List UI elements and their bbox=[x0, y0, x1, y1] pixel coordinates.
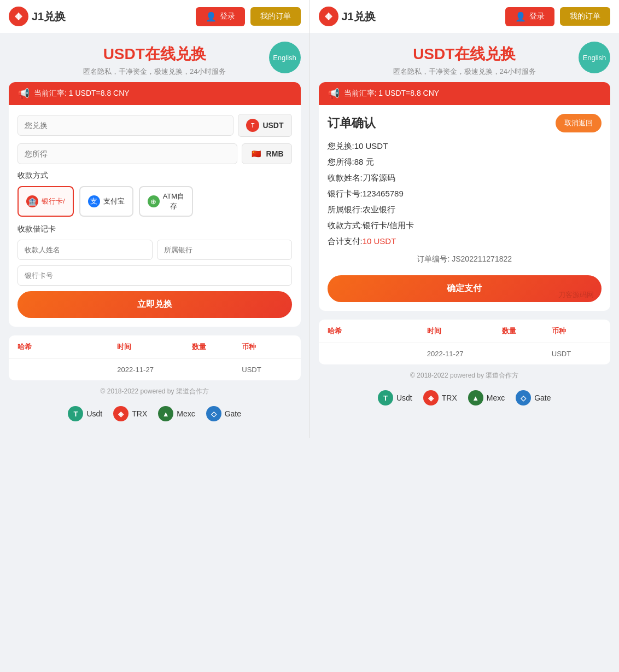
left-table: 哈希 时间 数量 币种 2022-11-27 USDT bbox=[9, 335, 301, 380]
right-detail-1: 您所得: 88 元 bbox=[328, 157, 602, 167]
right-order-title-row: 订单确认 取消返回 bbox=[328, 114, 602, 132]
right-speaker-icon: 📢 bbox=[328, 88, 340, 100]
left-footer-coins: T Usdt ◈ TRX ▲ Mexc ◇ Gate bbox=[9, 401, 301, 427]
right-footer: © 2018-2022 powered by 渠道合作方 bbox=[319, 364, 611, 385]
right-footer-coins: T Usdt ◈ TRX ▲ Mexc ◇ Gate bbox=[319, 385, 611, 411]
left-exchange-card: 📢 当前汇率: 1 USDT=8.8 CNY T USDT 🇨🇳 bbox=[9, 82, 301, 327]
right-gate-coin-icon: ◇ bbox=[516, 390, 531, 405]
right-detail-0: 您兑换: 10 USDT bbox=[328, 141, 602, 152]
left-alipay-btn[interactable]: 支 支付宝 bbox=[79, 186, 133, 217]
right-lang-button[interactable]: English bbox=[579, 42, 610, 73]
right-detail-6: 合计支付: 10 USDT bbox=[328, 236, 602, 247]
right-order-number: 订单编号: JS202211271822 bbox=[328, 254, 602, 264]
left-rmb-badge: 🇨🇳 RMB bbox=[242, 143, 292, 164]
left-orders-button[interactable]: 我的订单 bbox=[250, 7, 301, 26]
left-bank-btn[interactable]: 🏦 银行卡/ bbox=[17, 186, 74, 217]
left-table-header: 哈希 时间 数量 币种 bbox=[9, 335, 301, 359]
left-lang-button[interactable]: English bbox=[269, 42, 301, 73]
left-subtitle: 匿名隐私，干净资金，极速兑换，24小时服务 bbox=[9, 67, 301, 77]
left-bank-input[interactable] bbox=[157, 240, 292, 260]
left-footer: © 2018-2022 powered by 渠道合作方 bbox=[9, 380, 301, 401]
left-card-input[interactable] bbox=[17, 265, 292, 286]
left-rate-banner: 📢 当前汇率: 1 USDT=8.8 CNY bbox=[9, 82, 301, 105]
right-order-card: 📢 当前汇率: 1 USDT=8.8 CNY 订单确认 取消返回 您兑换: 10… bbox=[319, 82, 611, 311]
right-header: J1兑换 👤 登录 我的订单 bbox=[310, 0, 620, 33]
left-header: J1兑换 👤 登录 我的订单 bbox=[0, 0, 310, 33]
left-coin-gate: ◇ Gate bbox=[206, 406, 241, 421]
left-title-area: USDT在线兑换 匿名隐私，干净资金，极速兑换，24小时服务 English bbox=[9, 33, 301, 82]
left-coin-usdt: T Usdt bbox=[68, 406, 102, 421]
left-exchange-input[interactable] bbox=[17, 115, 233, 136]
left-gate-coin-icon: ◇ bbox=[206, 406, 221, 421]
right-login-button[interactable]: 👤 登录 bbox=[505, 7, 554, 26]
left-usdt-icon: T bbox=[246, 119, 259, 132]
right-logo-icon bbox=[319, 7, 338, 26]
left-logo: J1兑换 bbox=[9, 7, 66, 26]
right-order-body: 订单确认 取消返回 您兑换: 10 USDT 您所得: 88 元 收款姓名: 刀… bbox=[319, 105, 611, 311]
left-login-button[interactable]: 👤 登录 bbox=[196, 7, 245, 26]
left-logo-icon bbox=[9, 7, 28, 26]
right-cancel-button[interactable]: 取消返回 bbox=[556, 114, 602, 132]
right-mexc-coin-icon: ▲ bbox=[468, 390, 483, 405]
left-alipay-icon: 支 bbox=[88, 195, 100, 207]
left-main-title: USDT在线兑换 bbox=[9, 44, 301, 65]
left-get-input[interactable] bbox=[17, 143, 237, 164]
right-subtitle: 匿名隐私，干净资金，极速兑换，24小时服务 bbox=[319, 67, 611, 77]
left-rmb-icon: 🇨🇳 bbox=[250, 148, 263, 159]
right-table: 哈希 时间 数量 币种 2022-11-27 USDT bbox=[319, 320, 611, 364]
right-logo-text: J1兑换 bbox=[342, 9, 376, 24]
left-trx-coin-icon: ◈ bbox=[113, 406, 129, 421]
left-usdt-badge: T USDT bbox=[238, 114, 291, 137]
left-speaker-icon: 📢 bbox=[17, 88, 30, 100]
left-logo-text: J1兑换 bbox=[32, 9, 66, 24]
right-order-title: 订单确认 bbox=[328, 115, 376, 131]
right-title-area: USDT在线兑换 匿名隐私，干净资金，极速兑换，24小时服务 English bbox=[319, 33, 611, 82]
right-usdt-coin-icon: T bbox=[378, 390, 393, 405]
left-exchange-row: T USDT bbox=[17, 114, 292, 137]
left-mexc-coin-icon: ▲ bbox=[158, 406, 173, 421]
right-trx-coin-icon: ◈ bbox=[423, 390, 439, 405]
right-coin-usdt: T Usdt bbox=[378, 390, 412, 405]
left-bank-name-row bbox=[17, 240, 292, 260]
left-coin-mexc: ▲ Mexc bbox=[158, 406, 195, 421]
left-atm-btn[interactable]: ⊕ ATM自存 bbox=[139, 186, 193, 217]
right-table-header: 哈希 时间 数量 币种 bbox=[319, 320, 611, 343]
right-rate-banner: 📢 当前汇率: 1 USDT=8.8 CNY bbox=[319, 82, 611, 105]
left-exchange-button[interactable]: 立即兑换 bbox=[17, 291, 292, 318]
left-table-row: 2022-11-27 USDT bbox=[9, 359, 301, 380]
left-coin-trx: ◈ TRX bbox=[113, 406, 147, 421]
left-usdt-coin-icon: T bbox=[68, 406, 83, 421]
left-bank-form-label: 收款借记卡 bbox=[17, 224, 292, 234]
right-coin-mexc: ▲ Mexc bbox=[468, 390, 505, 405]
right-detail-2: 收款姓名: 刀客源码 bbox=[328, 173, 602, 183]
left-name-input[interactable] bbox=[17, 240, 153, 260]
right-coin-trx: ◈ TRX bbox=[423, 390, 457, 405]
left-payment-methods: 🏦 银行卡/ 支 支付宝 ⊕ ATM自存 bbox=[17, 186, 292, 217]
right-table-row: 2022-11-27 USDT bbox=[319, 343, 611, 364]
right-detail-5: 收款方式: 银行卡/信用卡 bbox=[328, 221, 602, 231]
left-bank-icon: 🏦 bbox=[26, 195, 38, 207]
right-detail-3: 银行卡号: 123465789 bbox=[328, 189, 602, 199]
right-confirm-pay-button[interactable]: 确定支付 bbox=[328, 275, 602, 302]
right-coin-gate: ◇ Gate bbox=[516, 390, 551, 405]
left-payment-label: 收款方式 bbox=[17, 171, 292, 181]
right-main-title: USDT在线兑换 bbox=[319, 44, 611, 65]
right-logo: J1兑换 bbox=[319, 7, 376, 26]
left-bank-form bbox=[17, 240, 292, 286]
left-get-row: 🇨🇳 RMB bbox=[17, 143, 292, 164]
left-card-body: T USDT 🇨🇳 RMB 收款方式 🏦 bbox=[9, 105, 301, 327]
left-atm-icon: ⊕ bbox=[148, 195, 160, 207]
right-detail-4: 所属银行: 农业银行 bbox=[328, 205, 602, 215]
right-orders-button[interactable]: 我的订单 bbox=[560, 7, 610, 26]
